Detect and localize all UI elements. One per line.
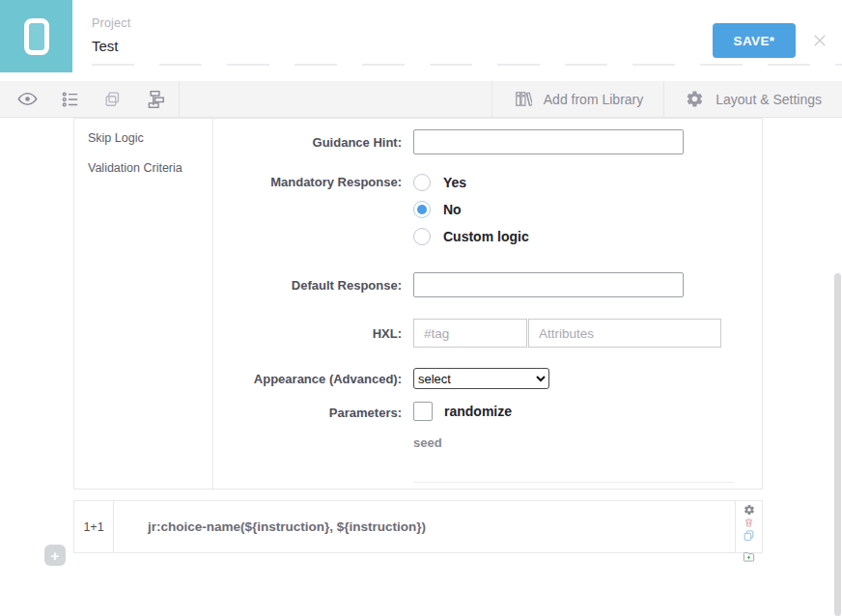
project-title-block: Project Test bbox=[92, 16, 130, 54]
row-add-to-library-icon[interactable] bbox=[743, 550, 756, 563]
appearance-select[interactable]: select bbox=[413, 368, 549, 389]
header: Project Test SAVE* bbox=[0, 0, 842, 81]
radio-no[interactable] bbox=[413, 201, 431, 218]
save-button[interactable]: SAVE* bbox=[713, 23, 796, 58]
kobotoolbox-logo-icon bbox=[0, 0, 72, 72]
row-delete-trash-icon[interactable] bbox=[743, 517, 756, 528]
row-settings-gear-icon[interactable] bbox=[743, 504, 756, 516]
duplicate-icon[interactable] bbox=[102, 89, 123, 109]
toolbar-spacer bbox=[180, 81, 491, 117]
radio-custom-logic[interactable] bbox=[413, 228, 431, 245]
mandatory-response-label: Mandatory Response: bbox=[213, 169, 413, 189]
phone-icon bbox=[24, 18, 49, 55]
parameters-label: Parameters: bbox=[213, 402, 413, 420]
radio-option-custom-logic[interactable]: Custom logic bbox=[413, 223, 529, 250]
nav-item-skip-logic[interactable]: Skip Logic bbox=[74, 126, 212, 151]
radio-option-yes[interactable]: Yes bbox=[413, 169, 529, 196]
add-from-library-label: Add from Library bbox=[544, 92, 643, 107]
radio-option-no[interactable]: No bbox=[413, 196, 529, 223]
radio-yes[interactable] bbox=[413, 174, 431, 191]
add-question-button[interactable]: + bbox=[44, 545, 66, 566]
nav-item-validation-criteria[interactable]: Validation Criteria bbox=[74, 155, 212, 181]
project-label: Project bbox=[92, 16, 130, 30]
close-icon[interactable] bbox=[809, 30, 830, 51]
hxl-label: HXL: bbox=[213, 319, 413, 341]
hxl-attributes-input[interactable] bbox=[528, 319, 721, 348]
form-builder-page: Project Test SAVE* bbox=[0, 0, 842, 616]
randomize-checkbox[interactable] bbox=[413, 402, 433, 421]
guidance-hint-label: Guidance Hint: bbox=[213, 129, 413, 150]
toolbar: Add from Library Layout & Settings bbox=[0, 81, 842, 118]
mandatory-response-row: Mandatory Response: Yes No Custom logic bbox=[213, 169, 762, 250]
form-divider bbox=[413, 482, 735, 483]
appearance-label: Appearance (Advanced): bbox=[213, 368, 413, 386]
appearance-row: Appearance (Advanced): select bbox=[213, 368, 762, 389]
radio-no-label: No bbox=[443, 202, 462, 217]
question-expression: jr:choice-name(${instruction}, ${instruc… bbox=[114, 501, 735, 552]
default-response-input[interactable] bbox=[413, 272, 684, 297]
toolbar-icon-group bbox=[0, 81, 180, 117]
project-title[interactable]: Test bbox=[92, 38, 130, 54]
vertical-scrollbar[interactable] bbox=[834, 273, 841, 616]
group-questions-icon[interactable] bbox=[145, 89, 165, 109]
layout-settings-button[interactable]: Layout & Settings bbox=[663, 81, 842, 117]
question-actions bbox=[735, 501, 762, 552]
settings-side-nav: Skip Logic Validation Criteria bbox=[74, 119, 213, 489]
title-underline bbox=[92, 64, 842, 66]
parameters-row: Parameters: randomize seed bbox=[213, 402, 762, 450]
add-from-library-button[interactable]: Add from Library bbox=[491, 81, 663, 117]
randomize-label: randomize bbox=[444, 404, 512, 419]
question-list-icon[interactable] bbox=[60, 89, 80, 109]
radio-custom-logic-label: Custom logic bbox=[443, 229, 529, 244]
hxl-tag-input[interactable] bbox=[413, 319, 527, 348]
hxl-row: HXL: bbox=[213, 319, 762, 348]
radio-yes-label: Yes bbox=[443, 175, 466, 190]
default-response-row: Default Response: bbox=[213, 272, 762, 297]
mandatory-radio-group: Yes No Custom logic bbox=[413, 169, 529, 250]
parameters-controls: randomize seed bbox=[413, 402, 512, 450]
guidance-hint-row: Guidance Hint: bbox=[213, 129, 762, 154]
randomize-option[interactable]: randomize bbox=[413, 402, 512, 421]
seed-label: seed bbox=[413, 435, 512, 450]
default-response-label: Default Response: bbox=[213, 272, 413, 293]
preview-eye-icon[interactable] bbox=[17, 89, 38, 109]
settings-form: Guidance Hint: Mandatory Response: Yes N… bbox=[213, 119, 762, 489]
row-duplicate-icon[interactable] bbox=[743, 529, 756, 542]
guidance-hint-input[interactable] bbox=[413, 129, 684, 154]
question-row[interactable]: 1+1 jr:choice-name(${instruction}, ${ins… bbox=[73, 500, 763, 553]
gear-icon bbox=[685, 89, 705, 109]
question-type-badge: 1+1 bbox=[74, 501, 114, 552]
library-books-icon bbox=[513, 89, 533, 109]
layout-settings-label: Layout & Settings bbox=[716, 92, 822, 107]
question-settings-card: Skip Logic Validation Criteria Guidance … bbox=[73, 118, 763, 490]
